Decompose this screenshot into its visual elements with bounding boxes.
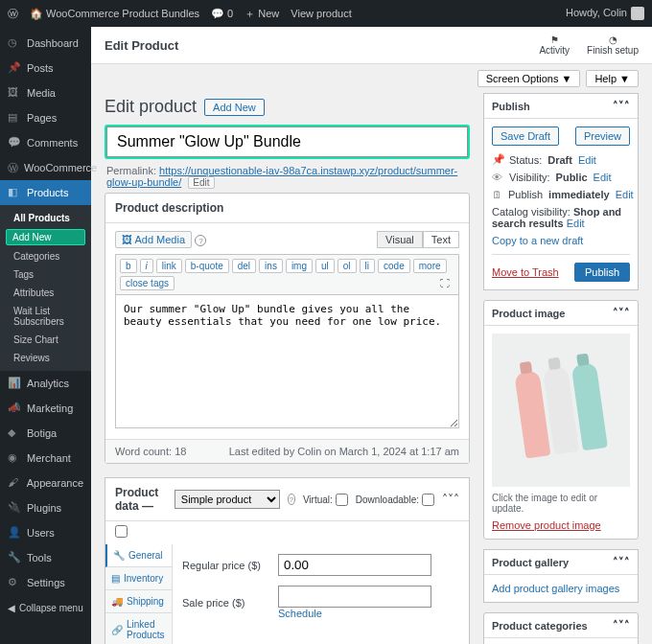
tb-close[interactable]: close tags (120, 276, 175, 290)
tb-link[interactable]: link (156, 259, 182, 273)
finish-setup-button[interactable]: ◔Finish setup (587, 34, 639, 56)
help-button[interactable]: Help ▼ (586, 70, 639, 87)
tb-li[interactable]: li (360, 259, 375, 273)
pd-extra-checkbox[interactable] (115, 525, 128, 538)
sub-size-chart[interactable]: Size Chart (0, 331, 91, 349)
view-product[interactable]: View product (291, 8, 351, 19)
add-gallery-link[interactable]: Add product gallery images (492, 583, 619, 594)
pd-tab-inventory[interactable]: ▤ Inventory (105, 567, 172, 590)
admin-sidebar: ◷Dashboard 📌Posts 🖼Media ▤Pages 💬Comment… (0, 27, 91, 644)
product-data-tabs: 🔧 General ▤ Inventory 🚚 Shipping 🔗 Linke… (105, 544, 173, 644)
downloadable-label: Downloadable: (356, 494, 434, 506)
page-title: Edit product Add New (105, 97, 470, 117)
sale-price-input[interactable] (278, 586, 431, 608)
description-textarea[interactable]: Our summer "Glow Up" bundle gives you al… (115, 294, 459, 428)
preview-button[interactable]: Preview (575, 126, 630, 146)
sub-all-products[interactable]: All Products (0, 209, 91, 227)
activity-button[interactable]: ⚑Activity (539, 34, 570, 56)
site-name[interactable]: 🏠 WooCommerce Product Bundles (30, 8, 199, 20)
menu-tools[interactable]: 🔧Tools (0, 545, 91, 570)
copy-draft-link[interactable]: Copy to a new draft (492, 235, 583, 246)
menu-marketing[interactable]: 📣Marketing (0, 396, 91, 421)
regular-price-input[interactable] (278, 554, 431, 576)
permalink-edit[interactable]: Edit (188, 176, 214, 189)
add-new-button[interactable]: Add New (204, 99, 265, 116)
publish-box: Publish˄˅˄ Save Draft Preview 📌Status: D… (483, 93, 639, 290)
desc-heading: Product description (115, 201, 223, 215)
product-data-box: Product data — Simple product ? Virtual:… (105, 477, 470, 644)
wp-logo-icon[interactable]: ⓦ (8, 7, 18, 21)
save-draft-button[interactable]: Save Draft (492, 126, 559, 146)
sub-attributes[interactable]: Attributes (0, 284, 91, 302)
sub-waitlist[interactable]: Wait List Subscribers (0, 302, 91, 331)
product-title-input[interactable] (106, 126, 468, 157)
product-type-select[interactable]: Simple product (175, 490, 280, 509)
menu-analytics[interactable]: 📊Analytics (0, 371, 91, 396)
comments-icon[interactable]: 💬 0 (211, 8, 233, 20)
virtual-checkbox[interactable] (336, 494, 348, 506)
tab-text[interactable]: Text (423, 231, 459, 248)
publish-edit[interactable]: Edit (616, 189, 634, 200)
sub-add-new[interactable]: Add New (6, 229, 85, 245)
tb-ul[interactable]: ul (315, 259, 335, 273)
tb-ol[interactable]: ol (338, 259, 357, 273)
menu-botiga[interactable]: ◆Botiga (0, 421, 91, 446)
menu-plugins[interactable]: 🔌Plugins (0, 495, 91, 520)
chevron-up-icon[interactable]: ˄ (454, 493, 459, 506)
screen-options-button[interactable]: Screen Options ▼ (477, 70, 581, 87)
pd-tab-shipping[interactable]: 🚚 Shipping (105, 590, 172, 613)
status-edit[interactable]: Edit (578, 154, 596, 166)
product-description-box: Product description 🖼 Add Media ? Visual… (105, 193, 470, 464)
menu-merchant[interactable]: ◉Merchant (0, 446, 91, 471)
new-content[interactable]: ＋ New (244, 7, 279, 21)
tb-ins[interactable]: ins (259, 259, 283, 273)
pd-tab-general[interactable]: 🔧 General (105, 544, 172, 567)
collapse-menu[interactable]: ◀Collapse menu (0, 595, 91, 621)
eye-icon: 👁 (492, 172, 503, 183)
menu-users[interactable]: 👤Users (0, 520, 91, 545)
publish-button[interactable]: Publish (574, 263, 630, 282)
help-icon[interactable]: ? (288, 494, 295, 505)
permalink-link[interactable]: https://unquestionable-iav-98a7ca.instaw… (106, 165, 457, 188)
catalog-edit[interactable]: Edit (567, 218, 585, 229)
pd-tab-linked[interactable]: 🔗 Linked Products (105, 613, 172, 644)
remove-image-link[interactable]: Remove product image (492, 519, 601, 531)
menu-appearance[interactable]: 🖌Appearance (0, 471, 91, 495)
tb-bquote[interactable]: b-quote (185, 259, 229, 273)
howdy[interactable]: Howdy, Colin (566, 7, 644, 20)
sale-price-label: Sale price ($) (182, 597, 268, 609)
menu-woocommerce[interactable]: ⓌWooCommerce (0, 155, 91, 180)
tb-img[interactable]: img (286, 259, 313, 273)
tb-i[interactable]: i (140, 259, 153, 273)
sub-categories[interactable]: Categories (0, 247, 91, 265)
products-submenu: All Products Add New Categories Tags Att… (0, 205, 91, 371)
sub-tags[interactable]: Tags (0, 265, 91, 284)
tb-code[interactable]: code (378, 259, 410, 273)
fullscreen-icon[interactable]: ⛶ (435, 276, 454, 290)
menu-products[interactable]: ◧Products (0, 180, 91, 205)
editor-toolbar: b i link b-quote del ins img ul ol li co… (115, 254, 459, 294)
tb-del[interactable]: del (232, 259, 256, 273)
downloadable-checkbox[interactable] (422, 494, 434, 506)
menu-settings[interactable]: ⚙Settings (0, 570, 91, 595)
sub-reviews[interactable]: Reviews (0, 349, 91, 367)
tb-b[interactable]: b (120, 259, 137, 273)
menu-pages[interactable]: ▤Pages (0, 105, 91, 130)
product-categories-box: Product categories˄˅˄ All categories Mos… (483, 612, 639, 644)
help-icon[interactable]: ? (195, 235, 206, 246)
add-media-button[interactable]: 🖼 Add Media (115, 231, 192, 248)
menu-media[interactable]: 🖼Media (0, 80, 91, 105)
gallery-heading: Product gallery (492, 557, 569, 568)
product-image-thumbnail[interactable] (492, 334, 630, 487)
move-to-trash[interactable]: Move to Trash (492, 266, 559, 278)
tb-more[interactable]: more (413, 259, 447, 273)
categories-heading: Product categories (492, 620, 588, 632)
menu-dashboard[interactable]: ◷Dashboard (0, 31, 91, 56)
tab-visual[interactable]: Visual (377, 231, 423, 248)
pin-icon: 📌 (492, 153, 503, 166)
schedule-link[interactable]: Schedule (278, 608, 322, 619)
visibility-edit[interactable]: Edit (594, 172, 612, 183)
menu-posts[interactable]: 📌Posts (0, 56, 91, 80)
menu-comments[interactable]: 💬Comments (0, 130, 91, 155)
topstrip-title: Edit Product (105, 38, 178, 53)
